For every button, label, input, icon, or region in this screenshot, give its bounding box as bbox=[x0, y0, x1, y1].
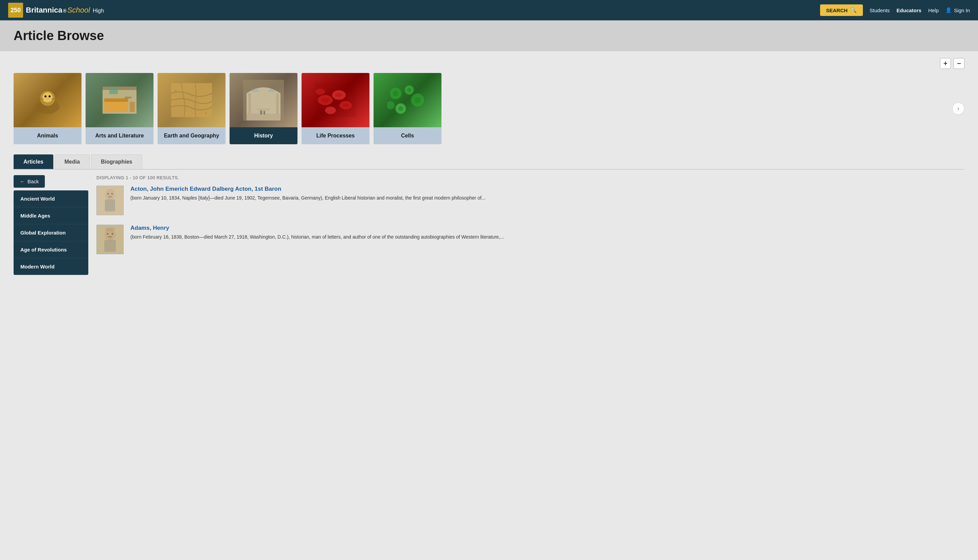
svg-point-3 bbox=[45, 95, 47, 97]
nav-educators[interactable]: Educators bbox=[896, 7, 921, 13]
acton-portrait bbox=[98, 186, 122, 215]
result-content-acton: Acton, John Emerich Edward Dalberg Acton… bbox=[130, 186, 486, 202]
geo-illustration: N S bbox=[171, 83, 212, 117]
result-desc-acton: (born January 10, 1834, Naples [Italy]—d… bbox=[130, 195, 486, 202]
back-label: Back bbox=[27, 178, 39, 184]
category-card-history[interactable]: History bbox=[230, 73, 297, 144]
nav-students[interactable]: Students bbox=[870, 7, 890, 13]
result-content-adams: Adams, Henry (born February 16, 1838, Bo… bbox=[130, 225, 504, 241]
result-thumbnail-adams bbox=[97, 225, 124, 254]
logo-number: 250 bbox=[10, 7, 21, 13]
zoom-controls: + − bbox=[13, 58, 965, 69]
svg-rect-23 bbox=[247, 114, 280, 120]
results-count: DISPLAYING 1 - 10 OF 100 RESULTS. bbox=[97, 175, 965, 180]
page-title: Article Browse bbox=[13, 28, 965, 43]
svg-text:S: S bbox=[205, 111, 207, 114]
category-label-cells: Cells bbox=[374, 127, 441, 144]
category-label-earth: Earth and Geography bbox=[158, 127, 225, 144]
svg-rect-48 bbox=[105, 200, 115, 212]
svg-rect-13 bbox=[104, 98, 128, 102]
svg-rect-21 bbox=[248, 93, 251, 114]
svg-rect-14 bbox=[130, 102, 135, 112]
page-header: Article Browse bbox=[0, 20, 978, 51]
svg-rect-26 bbox=[257, 108, 270, 110]
category-image-cells bbox=[374, 73, 441, 127]
signin-area[interactable]: 👤 Sign In bbox=[945, 7, 970, 13]
category-label-history: History bbox=[230, 127, 297, 144]
browse-area: ← Back Ancient World Middle Ages Global … bbox=[13, 175, 965, 275]
nav-help[interactable]: Help bbox=[928, 7, 939, 13]
zoom-in-button[interactable]: + bbox=[940, 58, 951, 69]
tabs-row: Articles Media Biographies bbox=[13, 155, 965, 170]
search-button[interactable]: SEARCH 🔍 bbox=[820, 4, 863, 16]
life-illustration bbox=[315, 83, 356, 117]
svg-point-40 bbox=[407, 88, 411, 92]
main-content: + − Animals bbox=[0, 51, 978, 282]
sidebar: ← Back Ancient World Middle Ages Global … bbox=[13, 175, 88, 275]
logo-badge: 250 bbox=[8, 3, 23, 18]
category-card-animals[interactable]: Animals bbox=[13, 73, 82, 144]
sidebar-item-revolutions[interactable]: Age of Revolutions bbox=[13, 241, 88, 258]
category-card-life[interactable]: Life Processes bbox=[302, 73, 369, 144]
svg-point-50 bbox=[112, 193, 113, 195]
svg-text:N: N bbox=[175, 89, 177, 92]
results-area: DISPLAYING 1 - 10 OF 100 RESULTS. bbox=[97, 175, 965, 275]
sidebar-item-modern[interactable]: Modern World bbox=[13, 258, 88, 275]
result-title-acton[interactable]: Acton, John Emerich Edward Dalberg Acton… bbox=[130, 186, 486, 192]
svg-point-5 bbox=[45, 97, 50, 100]
carousel-next-button[interactable]: › bbox=[952, 102, 965, 115]
svg-rect-11 bbox=[103, 87, 137, 90]
svg-rect-25 bbox=[264, 111, 265, 114]
category-label-arts: Arts and Literature bbox=[85, 127, 154, 144]
logo-school: School bbox=[67, 6, 90, 15]
logo-text: Britannica ® School High bbox=[26, 6, 104, 15]
category-image-earth: N S bbox=[158, 73, 225, 127]
zoom-out-button[interactable]: − bbox=[953, 58, 965, 69]
logo-britannica: Britannica bbox=[26, 6, 62, 15]
category-image-animals bbox=[13, 73, 82, 127]
svg-rect-16 bbox=[125, 97, 132, 98]
svg-rect-27 bbox=[259, 110, 269, 111]
back-button[interactable]: ← Back bbox=[13, 175, 45, 188]
category-label-animals: Animals bbox=[13, 127, 82, 144]
signin-label: Sign In bbox=[954, 7, 970, 13]
category-card-arts[interactable]: Arts and Literature bbox=[85, 73, 154, 144]
art-illustration bbox=[99, 80, 140, 120]
category-card-earth[interactable]: N S Earth and Geography bbox=[158, 73, 225, 144]
svg-rect-24 bbox=[260, 110, 262, 114]
category-carousel: Animals Arts and Li bbox=[13, 73, 965, 144]
svg-point-42 bbox=[415, 97, 421, 103]
category-label-life: Life Processes bbox=[302, 127, 369, 144]
svg-rect-15 bbox=[109, 87, 118, 94]
svg-point-49 bbox=[107, 193, 108, 195]
back-arrow-icon: ← bbox=[20, 178, 25, 184]
sidebar-menu: Ancient World Middle Ages Global Explora… bbox=[13, 190, 88, 275]
tab-media[interactable]: Media bbox=[55, 155, 90, 169]
search-icon: 🔍 bbox=[850, 7, 857, 13]
sidebar-item-global[interactable]: Global Exploration bbox=[13, 224, 88, 241]
tab-articles[interactable]: Articles bbox=[13, 155, 53, 169]
result-thumbnail-acton bbox=[97, 186, 124, 215]
sidebar-item-middle[interactable]: Middle Ages bbox=[13, 207, 88, 224]
category-card-cells[interactable]: Cells bbox=[374, 73, 441, 144]
user-icon: 👤 bbox=[945, 7, 952, 13]
sidebar-item-ancient[interactable]: Ancient World bbox=[13, 190, 88, 207]
logo-area[interactable]: 250 Britannica ® School High bbox=[8, 3, 104, 18]
adams-portrait bbox=[98, 225, 122, 254]
tab-biographies[interactable]: Biographies bbox=[91, 155, 142, 169]
history-illustration bbox=[243, 80, 284, 120]
svg-point-45 bbox=[387, 101, 395, 109]
navbar: 250 Britannica ® School High SEARCH 🔍 St… bbox=[0, 0, 978, 20]
result-item-adams: Adams, Henry (born February 16, 1838, Bo… bbox=[97, 225, 965, 254]
result-item-acton: Acton, John Emerich Edward Dalberg Acton… bbox=[97, 186, 965, 215]
svg-rect-22 bbox=[276, 93, 279, 114]
svg-point-47 bbox=[105, 189, 115, 200]
svg-point-56 bbox=[105, 227, 115, 231]
result-title-adams[interactable]: Adams, Henry bbox=[130, 225, 504, 232]
svg-rect-53 bbox=[104, 240, 116, 252]
result-desc-adams: (born February 16, 1838, Boston—died Mar… bbox=[130, 233, 504, 241]
category-image-arts bbox=[85, 73, 154, 127]
category-image-life bbox=[302, 73, 369, 127]
svg-point-55 bbox=[112, 233, 113, 235]
svg-point-54 bbox=[107, 233, 108, 235]
